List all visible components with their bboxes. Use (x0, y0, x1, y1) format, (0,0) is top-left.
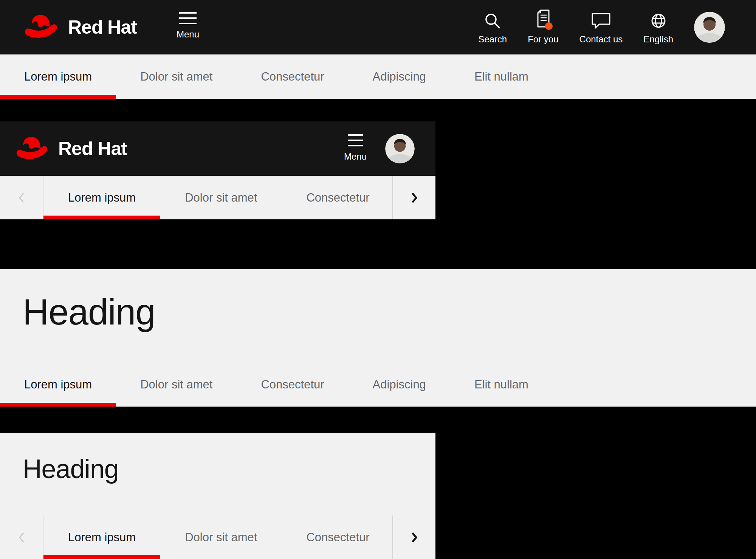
language-button[interactable]: English (643, 10, 673, 45)
page-heading: Heading (23, 454, 119, 484)
red-hat-fedora-icon (14, 134, 49, 163)
menu-button-label: Menu (177, 29, 199, 40)
tab-lorem-ipsum[interactable]: Lorem ipsum (0, 362, 116, 407)
chevron-left-icon (17, 191, 26, 204)
desktop-masthead: Red Hat Menu Search (0, 0, 756, 54)
red-hat-logo-text: Red Hat (58, 138, 127, 160)
tab-consectetur[interactable]: Consectetur (282, 176, 392, 219)
tab-label: Dolor sit amet (185, 191, 257, 205)
red-hat-logo[interactable]: Red Hat (23, 12, 137, 42)
user-avatar[interactable] (385, 134, 415, 163)
scroll-left-button[interactable] (0, 516, 43, 559)
tab-adipiscing[interactable]: Adipiscing (349, 54, 450, 99)
search-label: Search (478, 34, 507, 45)
for-you-button[interactable]: For you (528, 10, 558, 45)
scroll-right-button[interactable] (392, 176, 435, 219)
tab-label: Dolor sit amet (140, 70, 212, 84)
tab-label: Consectetur (261, 378, 324, 391)
chat-bubble-icon (590, 10, 612, 30)
tab-consectetur[interactable]: Consectetur (237, 362, 348, 407)
search-button[interactable]: Search (478, 10, 507, 45)
scroll-right-button[interactable] (392, 516, 435, 559)
tab-label: Adipiscing (373, 378, 426, 391)
chevron-right-icon (409, 191, 419, 204)
contact-us-button[interactable]: Contact us (579, 10, 623, 45)
red-hat-logo[interactable]: Red Hat (14, 134, 127, 163)
tab-label: Consectetur (306, 531, 369, 544)
page-heading: Heading (23, 291, 155, 333)
tab-label: Elit nullam (474, 378, 528, 391)
tab-label: Consectetur (306, 191, 369, 205)
mobile-tabs-viewport: Lorem ipsum Dolor sit amet Consectetur (43, 516, 392, 559)
tab-label: Lorem ipsum (24, 378, 92, 391)
language-label: English (643, 34, 673, 45)
tab-lorem-ipsum[interactable]: Lorem ipsum (43, 176, 160, 219)
tab-elit-nullam[interactable]: Elit nullam (450, 362, 553, 407)
search-icon (483, 10, 502, 30)
tab-label: Lorem ipsum (68, 191, 136, 205)
mobile-tab-bar: Lorem ipsum Dolor sit amet Consectetur (0, 516, 435, 559)
mobile-tab-bar: Lorem ipsum Dolor sit amet Consectetur (0, 176, 435, 219)
tab-label: Lorem ipsum (68, 531, 136, 544)
tab-dolor-sit-amet[interactable]: Dolor sit amet (160, 516, 282, 559)
tab-label: Lorem ipsum (24, 70, 92, 84)
tab-adipiscing[interactable]: Adipiscing (349, 362, 450, 407)
hamburger-icon (179, 12, 197, 24)
menu-button[interactable]: Menu (335, 134, 376, 162)
tab-dolor-sit-amet[interactable]: Dolor sit amet (160, 176, 282, 219)
red-hat-fedora-icon (23, 12, 59, 42)
tab-elit-nullam[interactable]: Elit nullam (450, 54, 553, 99)
contact-us-label: Contact us (579, 34, 623, 45)
tab-label: Elit nullam (474, 70, 528, 84)
mobile-masthead: Red Hat Menu (0, 121, 435, 176)
tab-consectetur[interactable]: Consectetur (282, 516, 392, 559)
desktop-content-panel: Heading Lorem ipsum Dolor sit amet Conse… (0, 269, 756, 407)
red-hat-logo-text: Red Hat (68, 16, 137, 38)
tab-consectetur[interactable]: Consectetur (237, 54, 348, 99)
tab-label: Adipiscing (373, 70, 426, 84)
masthead-utilities: Search For you (478, 0, 725, 54)
tab-label: Dolor sit amet (140, 378, 212, 391)
globe-icon (649, 10, 668, 30)
desktop-tab-bar: Lorem ipsum Dolor sit amet Consectetur A… (0, 54, 756, 99)
mobile-tabs-viewport: Lorem ipsum Dolor sit amet Consectetur (43, 176, 392, 219)
menu-button[interactable]: Menu (169, 12, 207, 40)
for-you-label: For you (528, 34, 558, 45)
tab-dolor-sit-amet[interactable]: Dolor sit amet (116, 54, 237, 99)
notification-dot (545, 22, 553, 30)
document-icon (532, 10, 554, 30)
design-spec-canvas: Red Hat Menu Search (0, 0, 756, 559)
tab-dolor-sit-amet[interactable]: Dolor sit amet (116, 362, 237, 407)
mobile-content-panel: Heading Lorem ipsum Dolor sit amet Conse… (0, 433, 435, 559)
chevron-right-icon (409, 531, 419, 544)
scroll-left-button[interactable] (0, 176, 43, 219)
tab-label: Consectetur (261, 70, 324, 84)
tab-lorem-ipsum[interactable]: Lorem ipsum (43, 516, 160, 559)
menu-button-label: Menu (344, 151, 367, 162)
hamburger-icon (348, 134, 363, 146)
user-avatar[interactable] (694, 12, 725, 43)
chevron-left-icon (17, 531, 26, 544)
tab-lorem-ipsum[interactable]: Lorem ipsum (0, 54, 116, 99)
desktop-tab-bar: Lorem ipsum Dolor sit amet Consectetur A… (0, 362, 756, 407)
tab-label: Dolor sit amet (185, 531, 257, 544)
